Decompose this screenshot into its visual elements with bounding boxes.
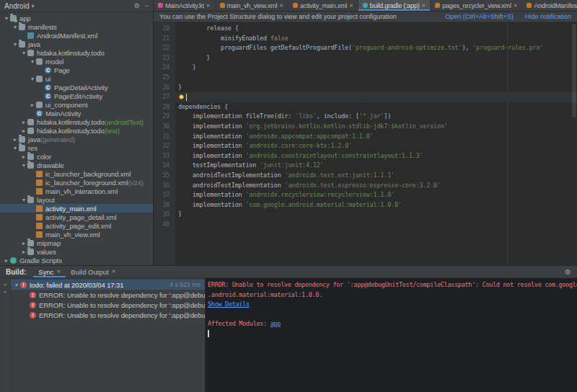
- code-line: 33 implementation 'androidx.constraintla…: [154, 151, 577, 161]
- chevron-down-icon[interactable]: ▾: [12, 41, 19, 48]
- code-line: 27: [154, 92, 577, 102]
- code-editor[interactable]: 20 release {21 minifyEnabled false22 pro…: [154, 22, 577, 265]
- tree-item-java-generated[interactable]: ▸java (generated): [0, 135, 153, 143]
- tree-item-java[interactable]: ▾java: [0, 40, 153, 48]
- console-link[interactable]: app: [270, 320, 281, 327]
- hide-notification-link[interactable]: Hide notification: [525, 13, 571, 20]
- build-tree-row[interactable]: !ERROR: Unable to resolve dependency for…: [11, 290, 205, 300]
- chevron-down-icon[interactable]: ▾: [29, 58, 36, 65]
- expand-all-icon[interactable]: ⌄: [3, 280, 8, 287]
- build-settings-icon[interactable]: ⚙: [559, 266, 577, 277]
- chevron-down-icon[interactable]: ▾: [12, 145, 19, 151]
- chevron-down-icon[interactable]: ▾: [20, 162, 27, 169]
- tree-item-drawable[interactable]: ▾drawable: [0, 161, 153, 169]
- package-icon: [27, 119, 34, 125]
- chevron-down-icon[interactable]: ▾: [29, 76, 36, 82]
- chevron-down-icon[interactable]: ▾: [3, 15, 10, 22]
- chevron-right-icon[interactable]: ▸: [3, 257, 10, 264]
- line-number: 33: [154, 151, 175, 161]
- build-tab-build-output[interactable]: Build Output✕: [66, 266, 120, 277]
- chevron-down-icon[interactable]: ▾: [20, 197, 27, 203]
- chevron-down-icon[interactable]: ▾: [12, 24, 19, 30]
- intention-bulb-icon[interactable]: [179, 94, 184, 99]
- xml-file-icon: [36, 223, 43, 229]
- folder-icon: [19, 136, 25, 143]
- code-text: implementation 'com.google.android.mater…: [178, 200, 402, 210]
- tree-item-mainactivity[interactable]: CMainActivity: [0, 109, 153, 117]
- close-icon[interactable]: ✕: [56, 269, 61, 275]
- chevron-down-icon[interactable]: ▾: [20, 50, 27, 56]
- hide-panel-icon[interactable]: −: [145, 2, 149, 9]
- line-number: 35: [154, 171, 175, 181]
- tree-item-gradle-scripts[interactable]: ▸Gradle Scripts: [0, 256, 153, 264]
- build-tree-row[interactable]: !ERROR: Unable to resolve dependency for…: [11, 310, 205, 320]
- tree-item-androidmanifest-xml[interactable]: AndroidManifest.xml: [0, 31, 153, 40]
- close-icon[interactable]: ✕: [514, 3, 518, 9]
- chevron-right-icon[interactable]: ▸: [20, 119, 27, 125]
- tree-item-pageeditactivity[interactable]: CPageEditActivity: [0, 92, 153, 100]
- tree-item-layout[interactable]: ▾layout: [0, 195, 153, 204]
- console-link[interactable]: Show Details: [208, 300, 250, 308]
- tree-item-label: color: [37, 153, 51, 161]
- line-number: 37: [154, 190, 175, 200]
- project-view-label: Android: [4, 2, 29, 10]
- tree-item-label: activity_page_edit.xml: [45, 222, 111, 230]
- code-line: 34 testImplementation 'junit:junit:4.12': [154, 161, 577, 171]
- tab-main-vh-view-xml[interactable]: main_vh_view.xml✕: [216, 0, 289, 11]
- tab-pages-recycler-view-xml[interactable]: pages_recycler_view.xml✕: [431, 0, 522, 11]
- close-icon[interactable]: ✕: [422, 3, 426, 9]
- tree-item-main-vh-interaction-xml[interactable]: main_vh_interaction.xml: [0, 187, 153, 195]
- chevron-right-icon[interactable]: ▸: [20, 128, 27, 134]
- tab-mainactivity-kt[interactable]: MainActivity.kt✕: [154, 0, 216, 11]
- tree-item-color[interactable]: ▸color: [0, 152, 153, 161]
- tree-item-res[interactable]: ▾res: [0, 143, 153, 152]
- console-line: ERROR: Unable to resolve dependency for …: [208, 280, 577, 290]
- tree-item-hidaka-kotlinstudy-todo-androidtest[interactable]: ▸hidaka.kotlinstudy.todo (androidTest): [0, 117, 153, 126]
- tree-item-pagedetailactivity[interactable]: CPageDetailActivity: [0, 83, 153, 92]
- build-console[interactable]: ERROR: Unable to resolve dependency for …: [206, 278, 577, 392]
- tree-item-ic-launcher-foreground-xml-v24[interactable]: ic_launcher_foreground.xml (v24): [0, 178, 153, 187]
- tree-item-hidaka-kotlinstudy-todo-test[interactable]: ▸hidaka.kotlinstudy.todo (test): [0, 126, 153, 135]
- collapse-all-icon[interactable]: ⌃: [3, 290, 8, 297]
- close-icon[interactable]: ✕: [349, 3, 353, 9]
- tab-build-gradle-app[interactable]: build.gradle (:app)✕: [358, 0, 431, 11]
- open-project-structure-link[interactable]: Open (Ctrl+Alt+Shift+S): [445, 13, 514, 20]
- chevron-right-icon[interactable]: ▸: [12, 136, 19, 143]
- tree-item-ui-component[interactable]: ▸ui_component: [0, 100, 153, 109]
- tree-item-model[interactable]: ▾model: [0, 57, 153, 66]
- editor-scrollbar[interactable]: [572, 24, 576, 117]
- tree-item-ic-launcher-background-xml[interactable]: ic_launcher_background.xml: [0, 169, 153, 178]
- chevron-right-icon[interactable]: ▸: [20, 249, 27, 255]
- tree-item-activity-main-xml[interactable]: activity_main.xml: [0, 204, 153, 213]
- tree-item-main-vh-view-xml[interactable]: main_vh_view.xml: [0, 230, 153, 239]
- tree-item-values[interactable]: ▸values: [0, 247, 153, 256]
- console-line: Affected Modules: app: [208, 319, 577, 329]
- build-tree-row[interactable]: !ERROR: Unable to resolve dependency for…: [11, 300, 205, 310]
- tree-item-label: Gradle Scripts: [19, 257, 62, 264]
- tree-item-page[interactable]: CPage: [0, 66, 153, 74]
- console-caret: [208, 330, 209, 337]
- tree-item-suffix: (generated): [40, 135, 75, 143]
- chevron-right-icon[interactable]: ▸: [29, 102, 36, 108]
- tab-activity-main-xml[interactable]: activity_main.xml✕: [288, 0, 358, 11]
- settings-icon[interactable]: ⚙: [134, 2, 140, 9]
- close-icon[interactable]: ✕: [112, 269, 116, 275]
- build-tab-sync[interactable]: Sync✕: [33, 266, 66, 277]
- tree-item-mipmap[interactable]: ▸mipmap: [0, 239, 153, 247]
- project-view-selector[interactable]: Android ▾: [4, 2, 34, 10]
- tree-item-label: ui: [45, 75, 50, 83]
- tree-item-activity-page-detail-xml[interactable]: activity_page_detail.xml: [0, 213, 153, 221]
- build-tree-row[interactable]: ▾!todo: failed at 2020/03/04 17:314 s 62…: [11, 280, 205, 290]
- close-icon[interactable]: ✕: [279, 3, 283, 9]
- tree-item-app[interactable]: ▾app: [0, 14, 153, 22]
- chevron-right-icon[interactable]: ▸: [20, 153, 27, 160]
- tree-item-hidaka-kotlinstudy-todo[interactable]: ▾hidaka.kotlinstudy.todo: [0, 48, 153, 57]
- chevron-right-icon[interactable]: ▸: [20, 240, 27, 246]
- tree-item-manifests[interactable]: ▾manifests: [0, 22, 153, 31]
- close-icon[interactable]: ✕: [206, 3, 211, 9]
- tab-androidmanifest-xml[interactable]: AndroidManifest.xml✕: [522, 0, 577, 11]
- chevron-down-icon[interactable]: ▾: [13, 282, 20, 288]
- tree-item-ui[interactable]: ▾ui: [0, 74, 153, 83]
- tree-item-activity-page-edit-xml[interactable]: activity_page_edit.xml: [0, 221, 153, 230]
- project-panel-header: Android ▾ ⚙ −: [0, 0, 153, 12]
